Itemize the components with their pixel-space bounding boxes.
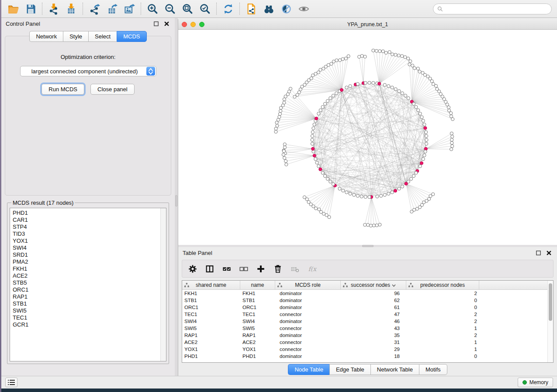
vertical-splitter[interactable] bbox=[175, 18, 178, 376]
hide-graphics-detail-icon[interactable] bbox=[280, 2, 293, 15]
column-header-name[interactable]: name bbox=[240, 281, 275, 289]
deselect-all-checkboxes-icon[interactable] bbox=[239, 264, 249, 274]
import-table-icon[interactable] bbox=[65, 2, 78, 15]
eye-icon[interactable] bbox=[297, 2, 310, 15]
mcds-result-item[interactable]: ACE2 bbox=[13, 272, 166, 279]
close-panel-icon[interactable] bbox=[163, 20, 170, 28]
zoom-fit-icon[interactable] bbox=[181, 2, 194, 15]
mcds-result-item[interactable]: SWI5 bbox=[13, 307, 166, 314]
optimization-criterion-select[interactable]: largest connected component (undirected) bbox=[20, 66, 156, 76]
column-header-successor-nodes[interactable]: successor nodes bbox=[341, 281, 406, 289]
mcds-result-group: MCDS result (17 nodes) PHD1CAR1STP4TID3Y… bbox=[7, 199, 169, 364]
mcds-result-item[interactable]: PMA2 bbox=[13, 258, 166, 265]
table-row[interactable]: PHD1PHD1dominator180 bbox=[182, 353, 547, 360]
horizontal-splitter[interactable] bbox=[178, 245, 557, 247]
mcds-result-item[interactable]: PHD1 bbox=[13, 210, 166, 217]
table-row[interactable]: STB1STB1dominator620 bbox=[182, 297, 547, 304]
zoom-out-icon[interactable] bbox=[163, 2, 176, 15]
table-scrollbar-thumb[interactable] bbox=[549, 283, 552, 321]
mcds-result-item[interactable]: ORC1 bbox=[13, 286, 166, 293]
gear-icon[interactable] bbox=[187, 264, 198, 274]
export-network-icon[interactable] bbox=[88, 2, 101, 15]
task-list-button[interactable] bbox=[5, 378, 17, 387]
table-row[interactable]: ACE2ACE2connector311 bbox=[182, 339, 547, 346]
save-icon[interactable] bbox=[24, 2, 37, 15]
mcds-result-item[interactable]: STB5 bbox=[13, 279, 166, 286]
close-table-panel-icon[interactable] bbox=[545, 249, 553, 257]
tab-motifs[interactable]: Motifs bbox=[419, 364, 447, 375]
mcds-result-item[interactable]: RAP1 bbox=[13, 293, 166, 300]
optimization-criterion-label: Optimization criterion: bbox=[61, 54, 116, 60]
share-document-icon[interactable] bbox=[245, 2, 258, 15]
tab-network-table[interactable]: Network Table bbox=[370, 364, 419, 375]
table-row[interactable]: SWI4SWI4dominator462 bbox=[182, 318, 547, 325]
table-row[interactable]: FKH1FKH1dominator962 bbox=[182, 290, 547, 297]
split-columns-icon[interactable] bbox=[204, 264, 215, 274]
import-network-icon[interactable] bbox=[47, 2, 60, 15]
open-folder-icon[interactable] bbox=[7, 2, 20, 15]
mcds-result-item[interactable]: YOX1 bbox=[13, 237, 166, 244]
table-row[interactable]: YOX1YOX1connector291 bbox=[182, 346, 547, 353]
cell-MCDS-role: connector bbox=[275, 312, 341, 317]
export-image-icon[interactable] bbox=[123, 2, 136, 15]
cell-MCDS-role: connector bbox=[275, 340, 341, 345]
tab-select[interactable]: Select bbox=[88, 31, 117, 42]
tab-style[interactable]: Style bbox=[63, 31, 88, 42]
toolbar-group bbox=[47, 2, 78, 15]
cell-shared-name: YOX1 bbox=[182, 347, 240, 352]
cell-MCDS-role: dominator bbox=[275, 354, 341, 359]
tab-edge-table[interactable]: Edge Table bbox=[329, 364, 370, 375]
tab-network[interactable]: Network bbox=[29, 31, 63, 42]
horizontal-splitter-handle[interactable] bbox=[362, 245, 374, 247]
search-box[interactable] bbox=[433, 3, 552, 14]
select-all-checkboxes-icon[interactable] bbox=[221, 264, 232, 274]
memory-button[interactable]: Memory bbox=[518, 378, 553, 387]
mcds-result-item[interactable]: SRD1 bbox=[13, 251, 166, 258]
window-minimize-icon[interactable] bbox=[190, 22, 196, 27]
window-zoom-icon[interactable] bbox=[199, 22, 204, 27]
export-table-icon[interactable] bbox=[105, 2, 118, 15]
network-view[interactable] bbox=[178, 30, 557, 245]
column-header-shared-name[interactable]: shared name bbox=[182, 281, 240, 289]
float-table-panel-icon[interactable] bbox=[534, 249, 542, 257]
network-canvas[interactable] bbox=[178, 30, 557, 245]
delete-column-icon[interactable] bbox=[273, 264, 283, 274]
cell-shared-name: RAP1 bbox=[182, 333, 240, 338]
add-column-icon[interactable] bbox=[256, 264, 266, 274]
mcds-result-item[interactable]: CAR1 bbox=[13, 217, 166, 224]
column-header-MCDS-role[interactable]: MCDS role bbox=[275, 281, 341, 289]
refresh-icon[interactable] bbox=[221, 2, 235, 15]
zoom-selected-icon[interactable] bbox=[198, 2, 211, 15]
float-panel-icon[interactable] bbox=[152, 20, 160, 28]
mcds-result-item[interactable]: TID3 bbox=[13, 230, 166, 237]
search-input[interactable] bbox=[445, 6, 547, 12]
cell-predecessor-nodes: 2 bbox=[406, 291, 479, 296]
mcds-result-item[interactable]: FKH1 bbox=[13, 265, 166, 272]
cell-predecessor-nodes: 2 bbox=[406, 319, 479, 324]
mcds-result-item[interactable]: TEC1 bbox=[13, 314, 166, 321]
chevron-down-icon[interactable] bbox=[392, 282, 396, 288]
table-row[interactable]: RAP1RAP1dominator352 bbox=[182, 332, 547, 339]
tab-mcds[interactable]: MCDS bbox=[117, 31, 146, 42]
column-header-predecessor-nodes[interactable]: predecessor nodes bbox=[406, 281, 479, 289]
vertical-splitter-handle[interactable] bbox=[175, 195, 177, 206]
close-panel-button[interactable]: Close panel bbox=[90, 84, 135, 95]
binoculars-icon[interactable] bbox=[262, 2, 275, 15]
run-mcds-button[interactable]: Run MCDS bbox=[42, 84, 84, 95]
tab-node-table[interactable]: Node Table bbox=[288, 364, 329, 375]
mcds-result-item[interactable]: SWI4 bbox=[13, 244, 166, 251]
table-row[interactable]: ORC1ORC1dominator610 bbox=[182, 304, 547, 311]
window-close-icon[interactable] bbox=[182, 22, 187, 27]
table-row[interactable]: SWI5SWI5connector431 bbox=[182, 325, 547, 332]
mcds-result-listbox[interactable]: PHD1CAR1STP4TID3YOX1SWI4SRD1PMA2FKH1ACE2… bbox=[10, 208, 166, 361]
function-builder-disabled-icon[interactable]: f(x) bbox=[307, 264, 317, 274]
table-row[interactable]: TEC1TEC1connector472 bbox=[182, 311, 547, 318]
mcds-result-item[interactable]: STP4 bbox=[13, 224, 166, 230]
mcds-result-item[interactable]: GCR1 bbox=[13, 321, 166, 328]
mcds-result-item[interactable]: STB1 bbox=[13, 300, 166, 307]
mcds-list-scrollbar[interactable] bbox=[160, 208, 166, 361]
zoom-in-icon[interactable] bbox=[146, 2, 159, 15]
table-tabbar: Node TableEdge TableNetwork TableMotifs bbox=[178, 363, 557, 376]
delete-table-disabled-icon[interactable] bbox=[290, 264, 300, 274]
table-scrollbar[interactable] bbox=[547, 281, 553, 362]
